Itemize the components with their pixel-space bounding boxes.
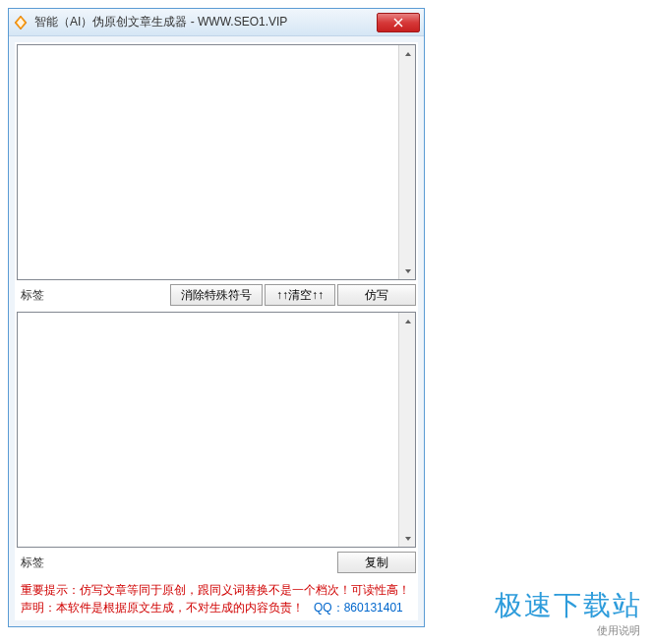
bottom-button-row: 标签 复制 [15, 548, 418, 577]
input-textarea[interactable] [18, 45, 397, 279]
svg-marker-4 [405, 52, 411, 56]
client-area: 标签 消除特殊符号 ↑↑清空↑↑ 仿写 [9, 36, 424, 626]
scroll-down-icon[interactable] [399, 530, 416, 547]
footer-line1: 重要提示：仿写文章等同于原创，跟同义词替换不是一个档次！可读性高！ [21, 581, 412, 599]
inner-content: 标签 消除特殊符号 ↑↑清空↑↑ 仿写 [15, 42, 418, 620]
top-label: 标签 [17, 287, 48, 304]
scroll-up-icon[interactable] [399, 45, 416, 62]
window-title: 智能（AI）伪原创文章生成器 - WWW.SEO1.VIP [34, 14, 377, 30]
remove-special-button[interactable]: 消除特殊符号 [170, 284, 263, 306]
disclaimer-prefix: 声明： [21, 601, 56, 615]
output-textarea-wrapper [17, 312, 416, 548]
titlebar[interactable]: 智能（AI）伪原创文章生成器 - WWW.SEO1.VIP [9, 9, 424, 36]
qq-label: QQ： [314, 601, 344, 615]
watermark-instructions: 使用说明 [597, 623, 640, 638]
top-button-row: 标签 消除特殊符号 ↑↑清空↑↑ 仿写 [15, 280, 418, 310]
rewrite-button[interactable]: 仿写 [337, 284, 416, 306]
bottom-label: 标签 [17, 555, 48, 571]
scroll-up-icon[interactable] [399, 313, 416, 329]
copy-button[interactable]: 复制 [337, 552, 416, 573]
close-button[interactable] [377, 13, 420, 32]
output-scrollbar[interactable] [398, 313, 415, 547]
svg-marker-6 [405, 320, 411, 323]
output-textarea[interactable] [18, 313, 397, 547]
input-textarea-wrapper [17, 44, 416, 280]
scroll-down-icon[interactable] [399, 263, 416, 279]
footer-line2: 声明：本软件是根据原文生成，不对生成的内容负责！ QQ：860131401 [21, 599, 412, 616]
clear-button[interactable]: ↑↑清空↑↑ [265, 284, 335, 306]
svg-marker-7 [405, 537, 411, 541]
watermark-logo: 极速下载站 [495, 587, 642, 624]
app-icon [13, 15, 29, 30]
svg-marker-5 [405, 269, 411, 273]
qq-number: 860131401 [344, 601, 403, 615]
important-prefix: 重要提示： [21, 583, 80, 597]
input-scrollbar[interactable] [398, 45, 415, 279]
disclaimer-text: 本软件是根据原文生成，不对生成的内容负责！ [56, 601, 304, 615]
application-window: 智能（AI）伪原创文章生成器 - WWW.SEO1.VIP [8, 8, 425, 627]
footer-notice: 重要提示：仿写文章等同于原创，跟同义词替换不是一个档次！可读性高！ 声明：本软件… [15, 577, 418, 620]
important-text: 仿写文章等同于原创，跟同义词替换不是一个档次！可读性高！ [80, 583, 410, 597]
